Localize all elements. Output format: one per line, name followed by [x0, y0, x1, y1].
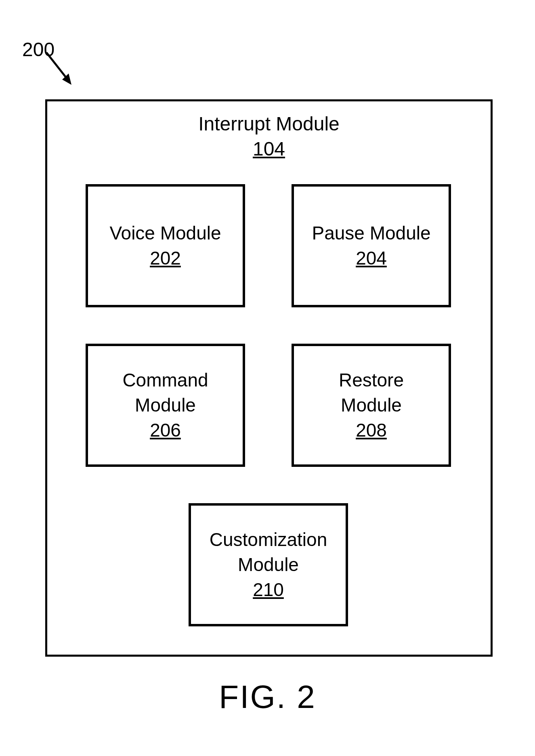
svg-line-0	[46, 52, 69, 81]
restore-module-ref: 208	[356, 418, 387, 443]
command-module-box: Command Module 206	[86, 344, 245, 467]
modules-container: Voice Module 202 Pause Module 204 Comman…	[47, 162, 491, 647]
pause-module-ref: 204	[356, 246, 387, 271]
voice-module-title: Voice Module	[109, 220, 221, 246]
pointer-arrow	[42, 48, 79, 94]
pause-module-title: Pause Module	[312, 220, 430, 246]
restore-module-title-1: Restore	[339, 368, 404, 393]
interrupt-module-title-text: Interrupt Module	[198, 113, 340, 134]
customization-module-title-2: Module	[238, 552, 299, 577]
command-module-title-1: Command	[122, 368, 208, 393]
restore-module-title-2: Module	[341, 393, 402, 418]
command-module-ref: 206	[150, 418, 181, 443]
interrupt-module-title: Interrupt Module 104	[47, 101, 491, 162]
interrupt-module-ref: 104	[253, 138, 285, 160]
voice-module-box: Voice Module 202	[86, 184, 245, 307]
restore-module-box: Restore Module 208	[292, 344, 451, 467]
interrupt-module-box: Interrupt Module 104 Voice Module 202 Pa…	[45, 99, 493, 657]
voice-module-ref: 202	[150, 246, 181, 271]
customization-module-ref: 210	[253, 577, 284, 602]
command-module-title-2: Module	[135, 393, 196, 418]
customization-module-title-1: Customization	[210, 527, 327, 552]
pause-module-box: Pause Module 204	[292, 184, 451, 307]
figure-caption: FIG. 2	[0, 678, 535, 716]
customization-module-box: Customization Module 210	[189, 503, 348, 626]
